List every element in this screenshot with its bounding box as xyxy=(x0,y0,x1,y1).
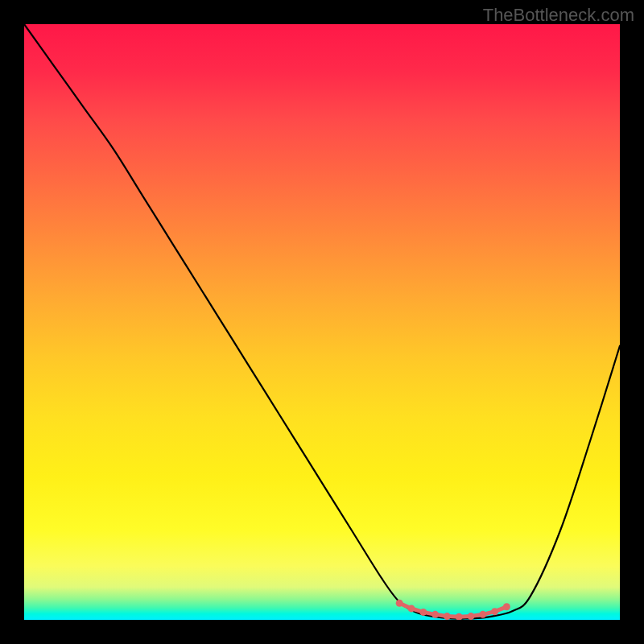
chart-background-gradient xyxy=(24,24,620,620)
chart-plot-area xyxy=(24,24,620,620)
watermark-text: TheBottleneck.com xyxy=(483,5,634,26)
